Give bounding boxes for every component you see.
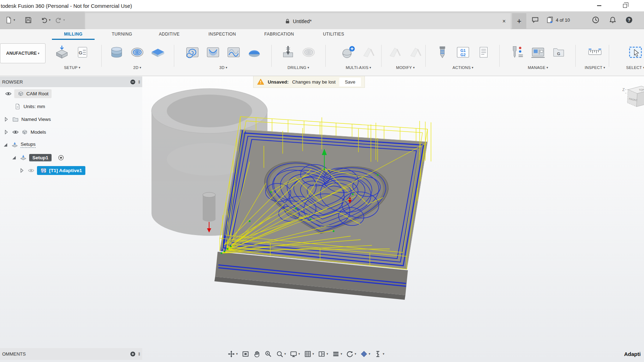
- selection-tools-button[interactable]: [625, 42, 644, 63]
- expand-arrow-icon[interactable]: [3, 116, 10, 123]
- browser-item-units[interactable]: Units: mm: [0, 100, 142, 113]
- measure-button[interactable]: [585, 42, 605, 63]
- restore-button[interactable]: [617, 1, 633, 11]
- measure-nav-button[interactable]: ▾: [373, 350, 385, 358]
- new-tab-button[interactable]: +: [512, 13, 526, 29]
- display-settings-button[interactable]: ▾: [289, 350, 301, 358]
- comments-button[interactable]: [531, 16, 539, 24]
- group-label-multiaxis[interactable]: MULTI-AXIS▾: [346, 64, 371, 71]
- 2d-turning-button[interactable]: [106, 42, 127, 63]
- help-button[interactable]: ?: [625, 16, 633, 24]
- grid-snaps-button[interactable]: ▾: [303, 350, 315, 358]
- collapse-arrow-icon[interactable]: [2, 142, 9, 148]
- steep-and-shallow-button[interactable]: [223, 42, 244, 63]
- zoom-button[interactable]: [264, 350, 273, 358]
- machine-library-button[interactable]: [528, 42, 548, 63]
- comment-bubble-icon: [531, 16, 539, 24]
- generate-button[interactable]: [453, 42, 473, 63]
- pocket-clearing-button[interactable]: [203, 42, 223, 63]
- comments-panel-header[interactable]: OMMENTS ‖: [0, 348, 142, 360]
- active-setup-radio-icon[interactable]: [58, 154, 64, 161]
- document-tab[interactable]: Untitled* ×: [85, 13, 511, 29]
- steps-button[interactable]: ▾: [331, 350, 343, 358]
- hole-milling-button[interactable]: [298, 42, 319, 63]
- adaptive-clearing-button[interactable]: [182, 42, 203, 63]
- nc-program-button[interactable]: [72, 42, 93, 63]
- browser-item-named-views[interactable]: Named Views: [0, 113, 142, 126]
- tab-utilities[interactable]: UTILITIES: [312, 29, 355, 40]
- look-at-button[interactable]: [241, 350, 250, 358]
- tab-inspection[interactable]: INSPECTION: [201, 29, 244, 40]
- group-label-2d[interactable]: 2D▾: [133, 64, 142, 71]
- zoom-window-button[interactable]: ▾: [275, 350, 287, 358]
- expand-panel-icon[interactable]: [130, 351, 136, 357]
- trim-button[interactable]: [385, 42, 405, 63]
- job-status-button[interactable]: 4 of 10: [546, 16, 570, 24]
- multiaxis-contour-button[interactable]: [338, 42, 358, 63]
- effects-button[interactable]: ▾: [360, 350, 371, 358]
- group-label-manage[interactable]: MANAGE▾: [528, 64, 548, 71]
- recent-activity-button[interactable]: [592, 16, 600, 24]
- pan-button[interactable]: ▾: [227, 350, 239, 358]
- undo-button[interactable]: ▾: [39, 14, 52, 26]
- file-menu-button[interactable]: ▾: [4, 14, 17, 26]
- 2d-pocket-button[interactable]: [127, 42, 148, 63]
- group-label-3d[interactable]: 3D▾: [219, 64, 228, 71]
- face-button[interactable]: [148, 42, 168, 63]
- swarf-button[interactable]: [358, 42, 379, 63]
- browser-item-setups[interactable]: Setups: [0, 138, 142, 151]
- browser-item-cam-root[interactable]: CAM Root: [0, 87, 142, 100]
- tab-fabrication[interactable]: FABRICATION: [258, 29, 300, 40]
- group-label-select[interactable]: SELECT▾: [626, 64, 644, 71]
- group-label-actions[interactable]: ACTIONS▾: [453, 64, 474, 71]
- adaptive1-selected-label[interactable]: [T1] Adaptive1: [37, 166, 85, 175]
- visibility-eye-off-icon[interactable]: [28, 167, 34, 174]
- tab-turning[interactable]: TURNING: [101, 29, 143, 40]
- pocket3d-icon: [205, 44, 221, 60]
- expand-arrow-icon[interactable]: [3, 129, 10, 135]
- pattern-button[interactable]: [405, 42, 426, 63]
- save-button[interactable]: [23, 14, 33, 26]
- setup1-selected-label[interactable]: Setup1: [29, 154, 52, 161]
- close-tab-button[interactable]: ×: [502, 18, 506, 24]
- collapse-panel-icon[interactable]: [130, 79, 136, 85]
- viewports-button[interactable]: ▾: [317, 350, 329, 358]
- post-process-button[interactable]: [432, 42, 453, 63]
- tab-milling[interactable]: MILLING: [52, 29, 95, 40]
- view-cube[interactable]: Z TOP FRONT: [622, 86, 644, 107]
- panel-grip[interactable]: ‖: [138, 351, 140, 357]
- workspace-selector[interactable]: ANUFACTURE▾: [0, 43, 46, 63]
- browser-item-models[interactable]: Models: [0, 126, 142, 138]
- panel-grip[interactable]: ‖: [138, 79, 140, 85]
- minimize-button[interactable]: [591, 1, 607, 11]
- group-label-setup[interactable]: SETUP▾: [64, 64, 80, 71]
- tool-library-button[interactable]: [507, 42, 528, 63]
- flat-button[interactable]: [244, 42, 265, 63]
- 3d-viewport[interactable]: Z TOP FRONT Unsaved: Changes may be lost…: [0, 76, 644, 362]
- minimize-icon: [597, 5, 601, 6]
- save-document-button[interactable]: Save: [339, 78, 361, 86]
- job-status-icon: [546, 16, 554, 24]
- browser-item-adaptive1[interactable]: [T1] Adaptive1: [0, 164, 142, 177]
- tab-additive[interactable]: ADDITIVE: [148, 29, 191, 40]
- drill-button[interactable]: [278, 42, 298, 63]
- post-library-button[interactable]: [548, 42, 569, 63]
- redo-button[interactable]: ▾: [53, 14, 66, 26]
- visibility-eye-icon[interactable]: [5, 90, 12, 97]
- collapse-arrow-icon[interactable]: [11, 154, 17, 161]
- group-label-modify[interactable]: MODIFY▾: [396, 64, 415, 71]
- browser-title: ROWSER: [2, 79, 23, 85]
- group-label-inspect[interactable]: INSPECT▾: [585, 64, 605, 71]
- quick-access-toolbar: ▾ ▾ ▾: [0, 11, 85, 29]
- visibility-eye-icon[interactable]: [12, 129, 19, 135]
- browser-item-setup1[interactable]: Setup1: [0, 151, 142, 164]
- new-setup-button[interactable]: [52, 42, 72, 63]
- notifications-button[interactable]: [609, 16, 617, 24]
- setup-sheet-button[interactable]: [473, 42, 494, 63]
- group-label-drilling[interactable]: DRILLING▾: [288, 64, 309, 71]
- hand-pan-button[interactable]: [252, 350, 261, 358]
- svg-text:Z: Z: [622, 87, 625, 92]
- expand-arrow-icon[interactable]: [18, 167, 25, 174]
- orbit-button[interactable]: ▾: [345, 350, 357, 358]
- browser-header: ROWSER ‖: [0, 76, 142, 87]
